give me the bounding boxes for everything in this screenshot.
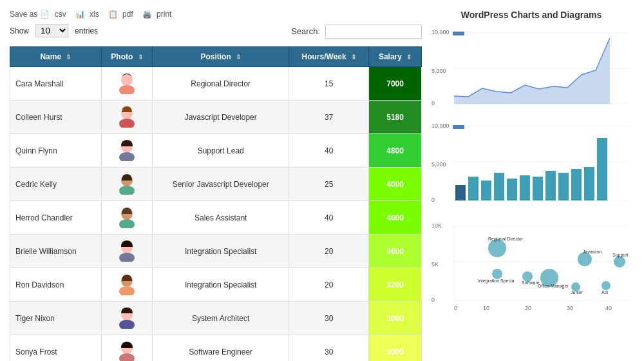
svg-point-19 xyxy=(119,353,135,361)
svg-point-67 xyxy=(492,269,502,279)
pdf-icon: 📋 xyxy=(108,10,118,19)
cell-name: Quinn Flynn xyxy=(10,134,102,168)
cell-hours: 30 xyxy=(289,302,369,335)
top-controls: Show 10 25 50 100 entries Search: xyxy=(10,24,422,43)
area-chart: 10,000 5,000 0 xyxy=(431,26,631,110)
avatar xyxy=(115,104,138,128)
cell-salary: 4000 xyxy=(369,201,422,235)
svg-rect-39 xyxy=(494,173,504,200)
col-photo[interactable]: Photo ⇕ xyxy=(101,47,152,67)
table-row: Cedric KellySenior Javascript Developer2… xyxy=(10,168,422,201)
svg-text:5,000: 5,000 xyxy=(431,161,446,168)
svg-text:Javascon: Javascon xyxy=(583,249,602,254)
csv-link[interactable]: 📄 csv xyxy=(40,10,68,19)
show-label: Show xyxy=(10,26,29,35)
save-as-label: Save as xyxy=(10,10,37,19)
xls-link[interactable]: 📊 xls xyxy=(75,10,102,19)
svg-marker-28 xyxy=(454,38,610,104)
cell-photo xyxy=(101,302,152,335)
cell-salary: 7000 xyxy=(369,67,422,101)
cell-name: Colleen Hurst xyxy=(10,101,102,134)
svg-text:Office Manager: Office Manager xyxy=(538,284,569,289)
col-position[interactable]: Position ⇕ xyxy=(153,47,289,67)
svg-text:0: 0 xyxy=(431,100,435,106)
cell-position: Javascript Developer xyxy=(153,101,289,134)
show-entries: Show 10 25 50 100 entries xyxy=(10,24,98,37)
bubble-chart-section: 10K 5K 0 0 10 20 30 40 Regional Director xyxy=(431,220,631,313)
bar-chart-section: 10,000 5,000 0 xyxy=(431,120,631,210)
right-panel-title: WordPress Charts and Diagrams xyxy=(431,10,631,20)
left-panel: Save as 📄 csv 📊 xls 📋 pdf 🖨️ print Show xyxy=(6,6,425,361)
cell-hours: 40 xyxy=(289,201,369,235)
search-bar: Search: xyxy=(291,24,422,39)
avatar xyxy=(115,138,138,161)
avatar xyxy=(115,272,138,295)
sort-icon-name: ⇕ xyxy=(66,54,71,61)
svg-text:40: 40 xyxy=(605,305,612,311)
table-row: Tiger NixonSystem Architect303000 xyxy=(10,302,422,335)
cell-position: Sales Assistant xyxy=(153,201,289,235)
avatar xyxy=(115,306,138,329)
svg-point-13 xyxy=(119,253,135,262)
cell-salary: 4800 xyxy=(369,134,422,168)
cell-photo xyxy=(101,268,152,302)
search-input[interactable] xyxy=(325,24,422,39)
sort-icon-hours: ⇕ xyxy=(351,54,356,61)
cell-name: Cara Marshall xyxy=(10,67,102,101)
svg-point-61 xyxy=(488,239,506,257)
pdf-link[interactable]: 📋 pdf xyxy=(108,10,136,19)
svg-text:5,000: 5,000 xyxy=(431,68,446,74)
svg-rect-48 xyxy=(453,125,464,129)
svg-text:5K: 5K xyxy=(431,261,439,268)
cell-position: System Architect xyxy=(153,302,289,335)
table-header-row: Name ⇕ Photo ⇕ Position ⇕ Hours/Week ⇕ S… xyxy=(10,47,422,67)
avatar xyxy=(115,171,138,195)
col-name[interactable]: Name ⇕ xyxy=(10,47,102,67)
col-hours[interactable]: Hours/Week ⇕ xyxy=(289,47,369,67)
svg-text:Regional Director: Regional Director xyxy=(488,237,524,242)
svg-rect-36 xyxy=(455,185,466,200)
svg-rect-40 xyxy=(507,179,517,200)
cell-position: Senior Javascript Developer xyxy=(153,168,289,201)
svg-text:10,000: 10,000 xyxy=(431,122,450,129)
svg-rect-29 xyxy=(453,32,464,35)
cell-name: Ron Davidson xyxy=(10,268,102,302)
cell-hours: 30 xyxy=(289,335,369,362)
cell-hours: 15 xyxy=(289,67,369,101)
area-chart-section: 10,000 5,000 0 xyxy=(431,26,631,110)
svg-rect-44 xyxy=(558,173,569,200)
svg-text:10,000: 10,000 xyxy=(431,29,450,35)
print-link[interactable]: 🖨️ print xyxy=(142,10,175,19)
svg-text:10: 10 xyxy=(483,305,489,311)
right-panel: WordPress Charts and Diagrams 10,000 5,0… xyxy=(425,6,638,361)
svg-point-17 xyxy=(119,320,135,329)
cell-name: Sonya Frost xyxy=(10,335,102,362)
entries-suffix: entries xyxy=(75,26,98,35)
sort-icon-position: ⇕ xyxy=(236,54,241,61)
cell-name: Herrod Chandler xyxy=(10,201,102,235)
cell-salary: 3000 xyxy=(369,335,422,362)
svg-text:Act: Act xyxy=(601,290,608,295)
table-row: Colleen HurstJavascript Developer375180 xyxy=(10,101,422,134)
cell-salary: 4000 xyxy=(369,168,422,201)
bubble-chart: 10K 5K 0 0 10 20 30 40 Regional Director xyxy=(431,220,631,313)
svg-point-1 xyxy=(119,85,135,94)
svg-point-11 xyxy=(119,219,135,228)
svg-text:10K: 10K xyxy=(431,222,442,229)
cell-position: Support Lead xyxy=(153,134,289,168)
avatar xyxy=(115,71,138,94)
cell-position: Regional Director xyxy=(153,67,289,101)
table-row: Brielle WilliamsonIntegration Specialist… xyxy=(10,235,422,268)
svg-text:0: 0 xyxy=(454,305,457,311)
col-salary[interactable]: Salary ⇕ xyxy=(369,47,422,67)
cell-photo xyxy=(101,134,152,168)
entries-select[interactable]: 10 25 50 100 xyxy=(35,24,68,37)
table-row: Herrod ChandlerSales Assistant404000 xyxy=(10,201,422,235)
xls-icon: 📊 xyxy=(75,10,85,19)
cell-photo xyxy=(101,335,152,362)
svg-rect-45 xyxy=(571,169,582,200)
svg-text:0: 0 xyxy=(431,197,435,203)
data-table: Name ⇕ Photo ⇕ Position ⇕ Hours/Week ⇕ S… xyxy=(10,46,422,361)
avatar xyxy=(115,339,138,361)
cell-salary: 3000 xyxy=(369,302,422,335)
